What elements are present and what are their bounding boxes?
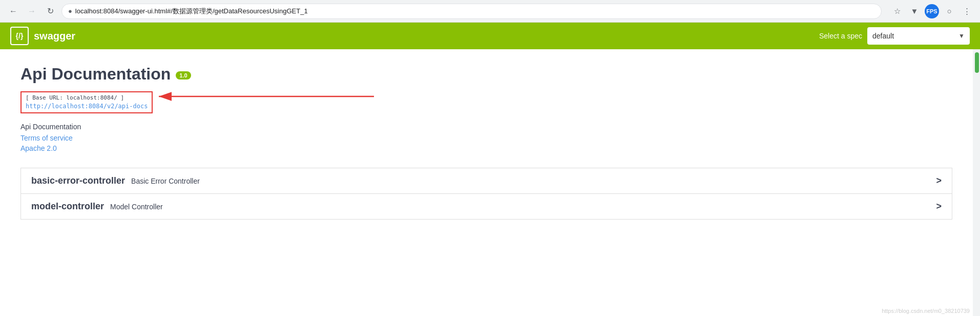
address-bar[interactable]: ● localhost:8084/swagger-ui.html#/数据源管理类… xyxy=(61,4,882,19)
content-wrapper: Api Documentation 1.0 [ Base URL: localh… xyxy=(0,49,980,316)
red-arrow-annotation xyxy=(154,86,379,107)
license-link[interactable]: Apache 2.0 xyxy=(20,144,952,152)
main-content: Api Documentation 1.0 [ Base URL: localh… xyxy=(0,49,973,316)
watermark: https://blog.csdn.net/m0_38210739 xyxy=(882,308,970,314)
lock-icon: ● xyxy=(68,7,72,15)
swagger-logo-text: swagger xyxy=(34,30,75,42)
controllers-list: basic-error-controller Basic Error Contr… xyxy=(20,168,952,220)
swagger-logo: {/} swagger xyxy=(10,27,75,45)
browser-chrome: ← → ↻ ● localhost:8084/swagger-ui.html#/… xyxy=(0,0,980,23)
spec-select-wrapper: default ▼ xyxy=(867,27,970,45)
page-title: Api Documentation xyxy=(20,65,171,84)
version-badge: 1.0 xyxy=(176,71,191,80)
back-button[interactable]: ← xyxy=(6,4,20,18)
spec-selector: Select a spec default ▼ xyxy=(819,27,970,45)
spec-label: Select a spec xyxy=(819,32,862,40)
controller-item-model[interactable]: model-controller Model Controller > xyxy=(20,193,952,220)
api-description: Api Documentation xyxy=(20,123,952,131)
chevron-right-icon-model: > xyxy=(936,201,942,212)
user-avatar[interactable]: FPS xyxy=(925,4,939,18)
chevron-right-icon-basic-error: > xyxy=(936,175,942,186)
controller-name-basic-error: basic-error-controller xyxy=(31,175,125,186)
browser-actions: ☆ ▼ FPS ○ ⋮ xyxy=(890,4,974,18)
info-box: [ Base URL: localhost:8084/ ] http://loc… xyxy=(20,91,153,113)
swagger-header: {/} swagger Select a spec default ▼ xyxy=(0,23,980,49)
swagger-logo-icon: {/} xyxy=(10,27,29,45)
reload-button[interactable]: ↻ xyxy=(43,4,57,18)
bookmark-button[interactable]: ☆ xyxy=(890,4,904,18)
spec-select[interactable]: default xyxy=(867,27,970,45)
page-title-row: Api Documentation 1.0 xyxy=(20,65,952,84)
api-docs-link[interactable]: http://localhost:8084/v2/api-docs xyxy=(26,103,148,110)
controller-item-left-model: model-controller Model Controller xyxy=(31,201,163,212)
terms-of-service-link[interactable]: Terms of service xyxy=(20,134,952,142)
controller-desc-model: Model Controller xyxy=(110,203,163,211)
controller-desc-basic-error: Basic Error Controller xyxy=(131,177,200,185)
controller-item-basic-error[interactable]: basic-error-controller Basic Error Contr… xyxy=(20,168,952,193)
base-url-text: [ Base URL: localhost:8084/ ] xyxy=(26,94,148,101)
controller-name-model: model-controller xyxy=(31,201,104,212)
url-text: localhost:8084/swagger-ui.html#/数据源管理类/g… xyxy=(75,7,308,16)
forward-button[interactable]: → xyxy=(25,4,39,18)
arrow-annotation-container: [ Base URL: localhost:8084/ ] http://loc… xyxy=(20,91,952,118)
controller-item-left: basic-error-controller Basic Error Contr… xyxy=(31,175,200,186)
scrollbar-thumb xyxy=(975,52,979,73)
scrollbar-track[interactable] xyxy=(973,49,980,316)
profile-menu-button[interactable]: ▼ xyxy=(907,4,922,18)
person-icon-button[interactable]: ○ xyxy=(942,4,956,18)
more-options-button[interactable]: ⋮ xyxy=(960,4,974,18)
